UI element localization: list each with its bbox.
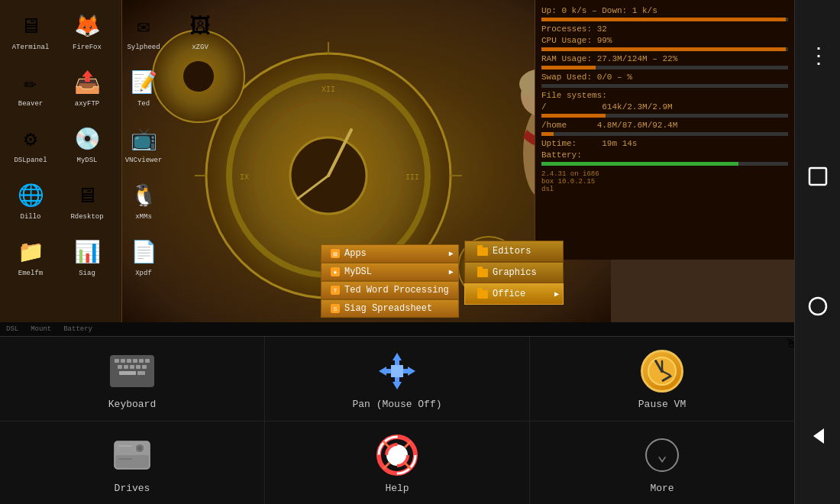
graphics-folder-icon	[477, 269, 488, 277]
dillo-label: Dillo	[20, 214, 40, 221]
pause-vm-label: Pause VM	[638, 399, 686, 410]
fs-label: File systems:	[541, 91, 788, 100]
desktop-icon-siag[interactable]: 📊 Siag	[60, 229, 115, 284]
apps-arrow: ▶	[449, 249, 454, 258]
graphics-submenu-item[interactable]: Graphics	[464, 262, 564, 283]
help-icon	[374, 432, 420, 478]
svg-marker-28	[393, 353, 402, 360]
bottom-toolbar: 🖱 Keyboard	[0, 336, 794, 504]
back-button[interactable]	[801, 416, 835, 461]
toolbar-row1: 🖱 Keyboard	[0, 337, 794, 421]
drives-icon	[109, 432, 155, 478]
desktop-icon-dillo[interactable]: 🌐 Dillo	[3, 173, 58, 228]
emelfm-icon: 📁	[14, 235, 47, 269]
desktop-icon-xzgv[interactable]: 🖼 xZGV	[173, 3, 228, 58]
firefox-icon: 🦊	[70, 9, 104, 43]
square-button[interactable]	[801, 157, 835, 202]
pan-button[interactable]: Pan (Mouse Off)	[265, 337, 530, 421]
ted-icon: 📝	[127, 66, 160, 99]
apps-label: Apps	[344, 248, 367, 259]
rdesktop-icon: 🖥	[70, 179, 104, 212]
help-button[interactable]: Help	[265, 422, 530, 504]
mydsl-icon: 💿	[70, 122, 104, 156]
xpdf-label: Xpdf	[135, 270, 152, 278]
desktop-icon-dslpanel[interactable]: ⚙ DSLpanel	[3, 116, 58, 171]
processes-stat: Processes: 32	[541, 24, 788, 34]
fs-root: / 614k/2.3M/2.9M	[541, 102, 788, 111]
mydsl-label: MyDSL	[76, 157, 97, 165]
aterminal-label: ATerminal	[12, 44, 50, 52]
status-mount: Mount	[31, 325, 51, 333]
svg-marker-53	[813, 428, 824, 444]
dslpanel-label: DSLpanel	[14, 157, 47, 165]
keyboard-label: Keyboard	[108, 399, 156, 410]
ted-label: Ted	[137, 101, 150, 108]
ted-icon: T	[331, 286, 340, 295]
desktop-icon-ted[interactable]: 📝 Ted	[116, 60, 171, 115]
status-battery: Battery	[63, 325, 92, 333]
status-bar: DSL Mount Battery	[0, 322, 794, 336]
battery-label: Battery:	[541, 150, 788, 160]
vncviewer-label: VNCviewer	[125, 157, 163, 165]
desktop-icon-aterminal[interactable]: 🖥 ATerminal	[3, 3, 58, 58]
submenu: Editors Graphics Office ▶	[464, 241, 564, 305]
beaver-icon: ✏️	[14, 66, 47, 99]
context-menu: ▤ Apps ▶ ● MyDSL ▶ T Ted Word Processing…	[321, 244, 459, 318]
three-dots-button[interactable]: ⋮	[802, 43, 834, 72]
axyftp-label: axyFTP	[75, 101, 99, 108]
siag-label: Siag	[79, 270, 95, 278]
apps-menu-item[interactable]: ▤ Apps ▶	[321, 244, 459, 263]
status-dsl: DSL	[6, 325, 18, 333]
uptime-stat: Uptime: 19m 14s	[541, 139, 788, 148]
graphics-label: Graphics	[493, 267, 537, 278]
desktop-icon-firefox[interactable]: 🦊 FireFox	[60, 3, 115, 58]
desktop-icon-beaver[interactable]: ✏️ Beaver	[3, 60, 58, 115]
editors-label: Editors	[493, 246, 531, 257]
desktop-icon-axyftp[interactable]: 📤 axyFTP	[60, 60, 115, 115]
keyboard-button[interactable]: 🖱 Keyboard	[0, 337, 265, 421]
mydsl-menu-item[interactable]: ● MyDSL ▶	[321, 263, 459, 281]
office-arrow: ▶	[554, 289, 559, 299]
desktop-icon-emelfm[interactable]: 📁 Emelfm	[3, 229, 58, 284]
dillo-icon: 🌐	[14, 179, 47, 212]
svg-marker-30	[393, 382, 402, 389]
axyftp-icon: 📤	[70, 66, 104, 99]
svg-point-52	[809, 298, 826, 315]
desktop-icon-vncviewer[interactable]: 📺 VNCviewer	[116, 116, 171, 171]
sylpheed-label: Sylpheed	[127, 44, 160, 52]
ted-label: Ted Word Processing	[344, 285, 449, 296]
pause-vm-icon	[639, 348, 685, 394]
mydsl-icon: ●	[331, 267, 340, 276]
vm-screen: XII III VI IX	[0, 0, 794, 336]
desktop-icon-xmms[interactable]: 🐧 xMMs	[116, 173, 171, 228]
editors-submenu-item[interactable]: Editors	[464, 241, 564, 262]
xzgv-label: xZGV	[192, 44, 208, 52]
xzgv-icon: 🖼	[183, 9, 217, 43]
drives-label: Drives	[115, 483, 150, 494]
drives-button[interactable]: Drives	[0, 422, 265, 504]
desktop-icon-sylpheed[interactable]: ✉️ Sylpheed	[116, 3, 171, 58]
svg-point-36	[661, 370, 664, 373]
xmms-label: xMMs	[135, 214, 152, 221]
nav-buttons: ⋮	[794, 0, 840, 504]
svg-rect-32	[391, 365, 403, 377]
svg-marker-24	[379, 367, 386, 376]
ted-menu-item[interactable]: T Ted Word Processing	[321, 281, 459, 299]
xpdf-icon: 📄	[127, 235, 160, 269]
siag-menu-item[interactable]: S Siag Spreadsheet	[321, 299, 459, 318]
firefox-label: FireFox	[73, 44, 102, 52]
network-stat: Up: 0 k/s – Down: 1 k/s	[541, 6, 788, 15]
aterminal-icon: 🖥	[14, 9, 47, 43]
desktop-icon-rdesktop[interactable]: 🖥 Rdesktop	[60, 173, 115, 228]
more-button[interactable]: ⌄ More	[530, 422, 794, 504]
desktop-icon-mydsl[interactable]: 💿 MyDSL	[60, 116, 115, 171]
office-submenu-item[interactable]: Office ▶	[464, 283, 564, 305]
more-label: More	[650, 483, 674, 494]
office-label: Office	[493, 289, 525, 299]
pause-vm-button[interactable]: Pause VM	[530, 337, 794, 421]
xmms-icon: 🐧	[127, 179, 160, 212]
desktop-icon-xpdf[interactable]: 📄 Xpdf	[116, 229, 171, 284]
help-label: Help	[385, 483, 409, 494]
circle-button[interactable]	[801, 286, 835, 331]
swap-stat: Swap Used: 0/0 – %	[541, 73, 788, 82]
